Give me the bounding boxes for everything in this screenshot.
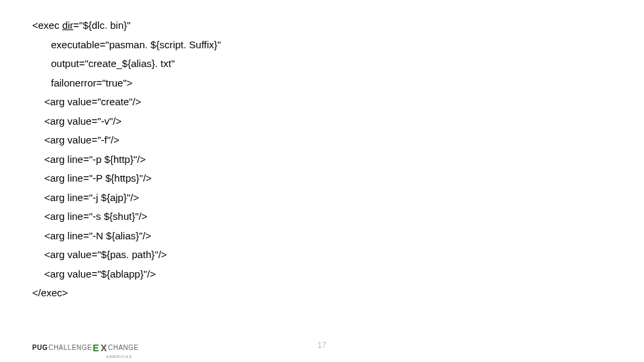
- code-line: output="create_${alias}. txt": [32, 54, 612, 74]
- logo-challenge: CHALLENGE: [48, 344, 92, 351]
- code-line: <arg value="create"/>: [32, 93, 612, 112]
- code-line: executable="pasman. ${script. Suffix}": [32, 36, 612, 55]
- code-line: <arg line="-N ${alias}"/>: [32, 227, 612, 246]
- code-line: <arg line="-P ${https}"/>: [32, 169, 612, 188]
- code-line: <arg value="-v"/>: [32, 112, 612, 131]
- footer: PUG CHALLENGE E X CHANGE AMERICAS 17: [0, 333, 644, 353]
- code-line: <arg line="-j ${ajp}"/>: [32, 188, 612, 208]
- page-number: 17: [317, 341, 326, 350]
- code-line: </exec>: [32, 284, 612, 303]
- code-line: <arg value="${ablapp}"/>: [32, 265, 612, 284]
- logo-sub: AMERICAS: [106, 355, 132, 359]
- code-line: failonerror="true">: [32, 74, 612, 93]
- logo-change: CHANGE: [108, 344, 139, 351]
- code-line: <arg value="-f"/>: [32, 131, 612, 150]
- code-line: <arg value="${pas. path}"/>: [32, 245, 612, 265]
- logo-e: E: [93, 343, 99, 353]
- code-block: <exec dir="${dlc. bin}"executable="pasma…: [32, 16, 612, 303]
- code-line: <exec dir="${dlc. bin}": [32, 16, 612, 36]
- logo-pug: PUG: [32, 344, 48, 351]
- code-line: <arg line="-s ${shut}"/>: [32, 207, 612, 227]
- logo: PUG CHALLENGE E X CHANGE AMERICAS: [32, 342, 139, 353]
- code-line: <arg line="-p ${http}"/>: [32, 150, 612, 170]
- logo-x: X: [101, 343, 107, 353]
